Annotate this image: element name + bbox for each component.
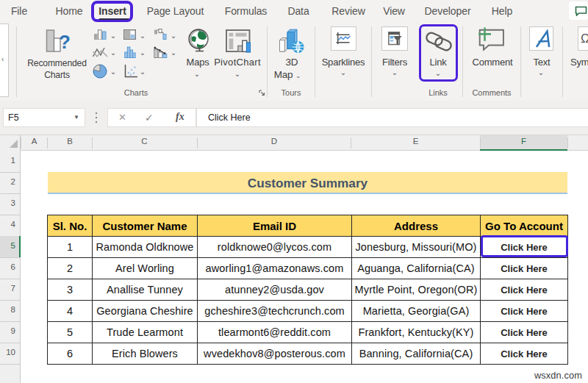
svg-text:?: ? bbox=[59, 31, 71, 53]
